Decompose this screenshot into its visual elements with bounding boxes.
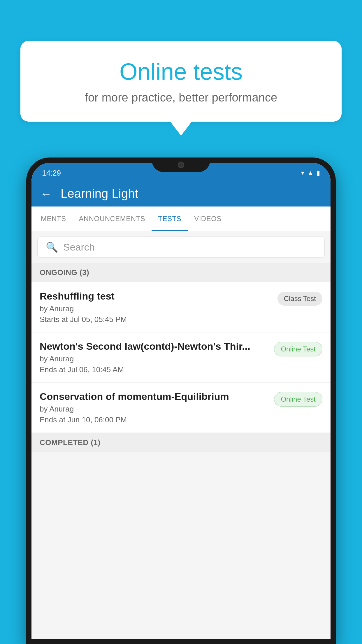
phone-notch <box>152 158 210 172</box>
test-date: Ends at Jul 06, 10:45 AM <box>40 365 268 374</box>
test-badge-online: Online Test <box>274 342 322 356</box>
test-item-content: Conservation of momentum-Equilibrium by … <box>40 391 274 424</box>
test-title: Conservation of momentum-Equilibrium <box>40 391 268 402</box>
test-item-content: Newton's Second law(contd)-Newton's Thir… <box>40 341 274 374</box>
phone-camera <box>178 162 184 168</box>
test-author: by Anurag <box>40 405 268 414</box>
app-title: Learning Light <box>61 187 138 201</box>
test-item-content: Reshuffling test by Anurag Starts at Jul… <box>40 290 277 324</box>
test-item[interactable]: Conservation of momentum-Equilibrium by … <box>31 383 331 433</box>
completed-section-header: COMPLETED (1) <box>31 433 331 452</box>
test-author: by Anurag <box>40 354 268 363</box>
tab-ments[interactable]: MENTS <box>34 206 73 231</box>
test-date: Starts at Jul 05, 05:45 PM <box>40 315 272 324</box>
tab-tests[interactable]: TESTS <box>152 206 188 231</box>
test-item[interactable]: Reshuffling test by Anurag Starts at Jul… <box>31 282 331 332</box>
test-badge-class: Class Test <box>277 292 322 306</box>
test-title: Reshuffling test <box>40 290 272 302</box>
battery-icon: ▮ <box>317 169 320 177</box>
app-header: ← Learning Light <box>31 181 331 206</box>
status-icons: ▾ ▲ ▮ <box>301 169 320 177</box>
ongoing-section-header: ONGOING (3) <box>31 263 331 282</box>
wifi-icon: ▾ <box>301 169 304 177</box>
test-date: Ends at Jun 10, 06:00 PM <box>40 415 268 424</box>
phone-frame: 14:29 ▾ ▲ ▮ ← Learning Light MENTS ANNOU… <box>26 158 336 644</box>
speech-bubble-container: Online tests for more practice, better p… <box>20 41 342 122</box>
tab-announcements[interactable]: ANNOUNCEMENTS <box>73 206 152 231</box>
test-title: Newton's Second law(contd)-Newton's Thir… <box>40 341 268 352</box>
status-time: 14:29 <box>42 169 61 178</box>
test-badge-online-2: Online Test <box>274 392 322 407</box>
phone-screen: 14:29 ▾ ▲ ▮ ← Learning Light MENTS ANNOU… <box>31 163 331 639</box>
back-button[interactable]: ← <box>40 187 52 200</box>
test-item[interactable]: Newton's Second law(contd)-Newton's Thir… <box>31 332 331 383</box>
search-container: 🔍 Search <box>31 231 331 263</box>
tabs-container: MENTS ANNOUNCEMENTS TESTS VIDEOS <box>31 206 331 231</box>
search-bar[interactable]: 🔍 Search <box>37 237 325 258</box>
search-icon: 🔍 <box>46 241 58 253</box>
tab-videos[interactable]: VIDEOS <box>188 206 228 231</box>
speech-bubble-subtitle: for more practice, better performance <box>44 91 318 104</box>
speech-bubble-title: Online tests <box>44 58 318 85</box>
test-author: by Anurag <box>40 304 272 313</box>
speech-bubble: Online tests for more practice, better p… <box>20 41 342 122</box>
signal-icon: ▲ <box>307 169 314 177</box>
search-placeholder: Search <box>63 242 95 253</box>
